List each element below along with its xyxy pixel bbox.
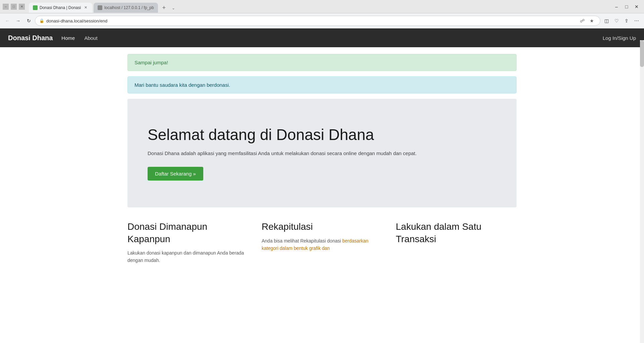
- share-button[interactable]: ⇪: [622, 16, 631, 25]
- scrollbar-thumb[interactable]: [640, 40, 644, 67]
- feature-3-title: Lakukan dalam Satu Transaksi: [396, 221, 517, 245]
- active-tab-title: Donasi Dhana | Donasi: [40, 5, 81, 10]
- more-button[interactable]: ⋯: [632, 16, 641, 25]
- page-content: Sampai jumpa! Mari bantu saudara kita de…: [101, 47, 543, 271]
- tab2-favicon: [98, 5, 102, 10]
- forward-button[interactable]: →: [13, 16, 23, 25]
- favorites-button[interactable]: ♡: [612, 16, 621, 25]
- hero-subtitle: Donasi Dhana adalah aplikasi yang memfas…: [148, 149, 496, 157]
- nav-link-about[interactable]: About: [84, 34, 98, 42]
- app-navbar: Donasi Dhana Home About Log In/Sign Up: [0, 28, 644, 47]
- hero-section: Selamat datang di Donasi Dhana Donasi Dh…: [127, 99, 517, 207]
- feature-2-title: Rekapitulasi: [262, 221, 382, 233]
- features-section: Donasi Dimanapun Kapanpun Lakukan donasi…: [127, 207, 517, 271]
- info-alert-message: Mari bantu saudara kita dengan berdonasi…: [135, 82, 230, 88]
- scrollbar-track[interactable]: [640, 40, 644, 271]
- tab-bar: Donasi Dhana | Donasi ✕ localhost / 127.…: [28, 1, 612, 13]
- feature-2-link[interactable]: berdasarkan kategori dalam bentuk grafik…: [262, 238, 368, 251]
- feature-item-2: Rekapitulasi Anda bisa melihat Rekapitul…: [262, 221, 382, 264]
- success-alert: Sampai jumpa!: [127, 54, 517, 71]
- inactive-tab[interactable]: localhost / 127.0.0.1 / fp_pb: [94, 3, 158, 13]
- address-bar-actions: ☍ ★: [578, 16, 596, 25]
- success-alert-message: Sampai jumpa!: [135, 60, 168, 65]
- feature-1-description: Lakukan donasi kapanpun dan dimanapun An…: [127, 249, 248, 264]
- bookmark-button[interactable]: ★: [587, 16, 596, 25]
- reader-mode-button[interactable]: ☍: [578, 16, 587, 25]
- sidebar-button[interactable]: ◫: [602, 16, 611, 25]
- window-right-controls: – □ ✕: [612, 2, 641, 11]
- browser-chrome: – □ ✕ Donasi Dhana | Donasi ✕ localhost …: [0, 0, 644, 28]
- window-minimize-btn[interactable]: –: [612, 2, 621, 11]
- navbar-right: Log In/Sign Up: [603, 35, 636, 41]
- tab-favicon: [33, 5, 38, 10]
- maximize-button[interactable]: □: [11, 4, 17, 10]
- url-input[interactable]: [46, 18, 576, 23]
- address-bar-row: ← → ↻ 🔒 ☍ ★ ◫ ♡ ⇪ ⋯: [0, 13, 644, 28]
- address-bar[interactable]: 🔒 ☍ ★: [35, 16, 600, 26]
- browser-toolbar-right: ◫ ♡ ⇪ ⋯: [602, 16, 641, 25]
- window-close-btn[interactable]: ✕: [632, 2, 641, 11]
- browser-title-bar: – □ ✕ Donasi Dhana | Donasi ✕ localhost …: [0, 0, 644, 13]
- navbar-left: Donasi Dhana Home About: [8, 34, 98, 42]
- new-tab-button[interactable]: +: [159, 3, 169, 13]
- back-button[interactable]: ←: [3, 16, 12, 25]
- feature-item-1: Donasi Dimanapun Kapanpun Lakukan donasi…: [127, 221, 248, 264]
- tab-list-button[interactable]: ⌄: [169, 3, 178, 13]
- login-signup-link[interactable]: Log In/Sign Up: [603, 35, 636, 41]
- active-tab[interactable]: Donasi Dhana | Donasi ✕: [29, 3, 92, 13]
- reload-button[interactable]: ↻: [24, 16, 34, 25]
- info-alert: Mari bantu saudara kita dengan berdonasi…: [127, 76, 517, 93]
- window-restore-btn[interactable]: □: [622, 2, 631, 11]
- minimize-button[interactable]: –: [3, 4, 9, 10]
- feature-1-title: Donasi Dimanapun Kapanpun: [127, 221, 248, 245]
- tab-close-button[interactable]: ✕: [83, 5, 88, 10]
- hero-title: Selamat datang di Donasi Dhana: [148, 126, 496, 144]
- lock-icon: 🔒: [39, 18, 44, 23]
- feature-item-3: Lakukan dalam Satu Transaksi: [396, 221, 517, 264]
- nav-link-home[interactable]: Home: [61, 34, 75, 42]
- register-button[interactable]: Daftar Sekarang »: [148, 167, 203, 181]
- inactive-tab-title: localhost / 127.0.0.1 / fp_pb: [104, 5, 154, 10]
- brand-logo[interactable]: Donasi Dhana: [8, 34, 53, 42]
- window-controls: – □ ✕: [3, 4, 25, 10]
- feature-2-description: Anda bisa melihat Rekapitulasi donasi be…: [262, 237, 382, 252]
- close-button[interactable]: ✕: [19, 4, 25, 10]
